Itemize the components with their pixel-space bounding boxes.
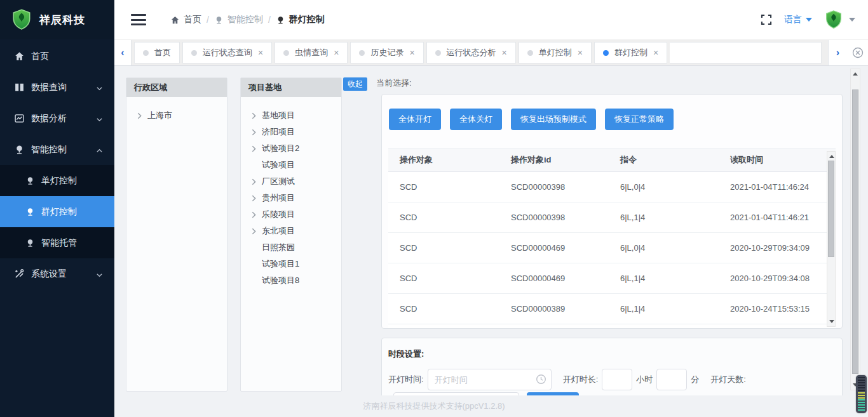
breadcrumb-item-group-lamp-control: 群灯控制	[276, 14, 325, 25]
tab-running-status-query[interactable]: 运行状态查询 ×	[182, 42, 272, 63]
fullscreen-icon[interactable]	[760, 13, 773, 26]
region-panel: 行政区域 上海市	[126, 77, 227, 392]
tab-label: 虫情查询	[295, 47, 328, 58]
table-header-row: 操作对象 操作对象id 指令 读取时间	[388, 149, 836, 171]
chart-icon	[14, 113, 25, 124]
chevron-down-icon	[96, 84, 103, 91]
tab-home[interactable]: 首页	[134, 42, 180, 63]
tab-group-lamp-control[interactable]: 群灯控制 ×	[594, 42, 667, 63]
duration-hours-input[interactable]	[602, 369, 632, 390]
tab-running-status-analysis[interactable]: 运行状态分析 ×	[426, 42, 516, 63]
tree-item[interactable]: 试验项目	[241, 157, 341, 173]
sidebar-item-system-settings[interactable]: 系统设置	[0, 258, 114, 289]
restore-normal-strategy-button[interactable]: 恢复正常策略	[605, 109, 674, 130]
on-time-input[interactable]	[428, 369, 552, 390]
tab-single-lamp-control[interactable]: 单灯控制 ×	[519, 42, 592, 63]
close-all-tabs-button[interactable]	[847, 40, 868, 65]
close-icon[interactable]: ×	[578, 48, 583, 57]
sidebar-item-group-lamp-control[interactable]: 群灯控制	[0, 196, 114, 227]
table-row[interactable]: SCD SCD00000469 6|L,0|4 2020-10-29T09:34…	[388, 232, 836, 263]
expand-arrow-icon[interactable]	[250, 112, 258, 120]
expand-arrow-icon[interactable]	[135, 112, 144, 120]
schedule-confirm-button[interactable]	[527, 392, 579, 395]
close-icon[interactable]: ×	[653, 48, 658, 57]
tools-icon	[14, 268, 25, 279]
breadcrumb-item-smart-control[interactable]: 智能控制	[214, 14, 263, 25]
tree-item[interactable]: 东北项目	[241, 223, 341, 239]
tree-item[interactable]: 乐陵项目	[241, 206, 341, 223]
avatar	[824, 10, 844, 30]
tree-item[interactable]: 贵州项目	[241, 190, 341, 206]
table-row[interactable]: SCD SCD00000398 6|L,0|4 2021-01-04T11:46…	[388, 171, 836, 202]
tabs-scroll-left-button[interactable]: ‹	[114, 40, 132, 65]
restore-factory-preset-button[interactable]: 恢复出场预制模式	[511, 109, 596, 130]
sidebar-item-data-analysis[interactable]: 数据分析	[0, 103, 114, 134]
cell-object: SCD	[388, 171, 511, 202]
expand-arrow-icon[interactable]	[250, 211, 258, 219]
close-icon[interactable]: ×	[409, 48, 414, 57]
table-scrollbar[interactable]	[827, 151, 836, 327]
all-lights-on-button[interactable]: 全体开灯	[389, 109, 441, 130]
tree-item-label: 试验项目1	[262, 258, 299, 270]
close-icon[interactable]: ×	[334, 48, 339, 57]
collapse-panel-button[interactable]: 收起	[343, 77, 367, 91]
scrollbar-thumb[interactable]	[828, 161, 834, 257]
sidebar-item-single-lamp-control[interactable]: 单灯控制	[0, 165, 114, 196]
book-icon	[14, 82, 25, 93]
minutes-unit-label: 分	[691, 374, 699, 385]
tree-item-shanghai[interactable]: 上海市	[126, 107, 227, 124]
table-row[interactable]: SCD SCD00000389 6|L,1|4 2020-10-24T15:53…	[388, 293, 836, 324]
close-icon[interactable]: ×	[258, 48, 263, 57]
cell-read-time: 2020-10-29T09:34:09	[730, 232, 836, 263]
cell-object-id: SCD00000469	[511, 232, 620, 263]
breadcrumb-item-home[interactable]: 首页	[170, 14, 201, 25]
tree-item-label: 试验项目2	[262, 143, 299, 154]
tree-item[interactable]: 基地项目	[241, 107, 341, 124]
tab-history[interactable]: 历史记录 ×	[350, 42, 423, 63]
tree-item[interactable]: 试验项目2	[241, 140, 341, 157]
tab-pest-query[interactable]: 虫情查询 ×	[275, 42, 348, 63]
breadcrumb: 首页 / 智能控制 / 群灯控制	[170, 14, 325, 25]
table-row[interactable]: SCD SCD00000398 6|L,1|4 2021-01-04T11:46…	[388, 202, 836, 232]
scroll-up-arrow-icon[interactable]	[829, 155, 834, 158]
cell-object-id: SCD00000389	[511, 293, 620, 324]
chevron-left-icon: ‹	[121, 47, 124, 58]
hours-unit-label: 小时	[636, 374, 653, 385]
page-scrollbar[interactable]	[850, 69, 860, 390]
close-circle-icon	[851, 46, 864, 59]
table-row[interactable]: SCD SCD00000469 6|L,1|4 2020-10-29T09:34…	[388, 263, 836, 293]
expand-arrow-icon[interactable]	[250, 178, 258, 186]
project-tree: 基地项目 济阳项目 试验项目2 试验项目 厂区测试	[241, 97, 341, 289]
schedule-extra-input[interactable]	[393, 392, 519, 395]
expand-arrow-icon[interactable]	[250, 194, 258, 202]
tree-item[interactable]: 厂区测试	[241, 173, 341, 190]
expand-arrow-icon[interactable]	[250, 145, 258, 153]
language-dropdown[interactable]: 语言	[784, 14, 812, 25]
home-icon	[14, 51, 25, 62]
sidebar-item-data-query[interactable]: 数据查询	[0, 72, 114, 103]
project-panel-title: 项目基地	[241, 78, 341, 97]
page-footer: 济南祥辰科技提供技术支持(ppcV1.2.8)	[114, 395, 868, 417]
tree-item-label: 东北项目	[262, 225, 295, 237]
scrollbar-thumb[interactable]	[852, 89, 858, 374]
tree-item[interactable]: 试验项目8	[241, 272, 341, 289]
sidebar-item-smart-hosting[interactable]: 智能托管	[0, 227, 114, 258]
scroll-down-arrow-icon[interactable]	[829, 320, 834, 323]
duration-minutes-input[interactable]	[656, 369, 687, 390]
all-lights-off-button[interactable]: 全体关灯	[450, 109, 502, 130]
menu-toggle-icon[interactable]	[131, 14, 146, 25]
tree-item[interactable]: 试验项目1	[241, 256, 341, 272]
sidebar-item-smart-control[interactable]: 智能控制	[0, 134, 114, 165]
expand-arrow-icon[interactable]	[250, 227, 258, 235]
expand-arrow-icon[interactable]	[250, 128, 258, 136]
tree-item-label: 乐陵项目	[262, 209, 295, 220]
tree-item[interactable]: 日照茶园	[241, 239, 341, 256]
tree-item[interactable]: 济阳项目	[241, 124, 341, 140]
operations-table-wrap: 操作对象 操作对象id 指令 读取时间 SCD SCD00000398	[388, 148, 836, 328]
user-avatar-dropdown[interactable]	[824, 10, 855, 30]
tab-label: 群灯控制	[614, 47, 648, 58]
sidebar-item-home[interactable]: 首页	[0, 41, 114, 72]
tabs-scroll-right-button[interactable]: ›	[828, 40, 847, 65]
close-icon[interactable]: ×	[502, 48, 507, 57]
scroll-up-arrow-icon[interactable]	[853, 72, 858, 76]
